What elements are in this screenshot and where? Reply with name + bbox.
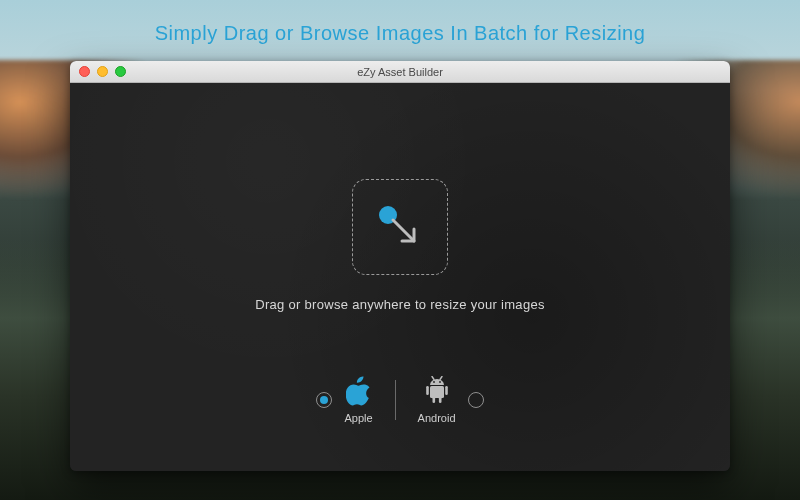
titlebar[interactable]: eZy Asset Builder — [70, 61, 730, 83]
window-controls — [70, 66, 126, 77]
platform-label-android: Android — [418, 412, 456, 424]
platform-divider — [395, 380, 396, 420]
radio-apple[interactable] — [316, 392, 332, 408]
drop-zone[interactable] — [352, 179, 448, 275]
platform-selector: Apple — [316, 376, 483, 424]
zoom-icon[interactable] — [115, 66, 126, 77]
svg-line-2 — [432, 377, 434, 380]
window-content[interactable]: Drag or browse anywhere to resize your i… — [70, 83, 730, 471]
minimize-icon[interactable] — [97, 66, 108, 77]
marketing-headline: Simply Drag or Browse Images In Batch fo… — [0, 0, 800, 45]
drop-zone-hint: Drag or browse anywhere to resize your i… — [255, 297, 545, 312]
platform-option-apple[interactable]: Apple — [316, 376, 372, 424]
svg-line-3 — [440, 377, 442, 380]
window-title: eZy Asset Builder — [70, 66, 730, 78]
svg-rect-7 — [426, 386, 429, 395]
svg-line-1 — [393, 220, 414, 241]
close-icon[interactable] — [79, 66, 90, 77]
svg-point-5 — [439, 381, 441, 383]
svg-rect-10 — [438, 397, 441, 403]
app-window: eZy Asset Builder Drag or browse anywher… — [70, 61, 730, 471]
radio-android[interactable] — [468, 392, 484, 408]
platform-label-apple: Apple — [344, 412, 372, 424]
svg-rect-8 — [445, 386, 448, 395]
platform-option-android[interactable]: Android — [418, 376, 484, 424]
svg-rect-9 — [432, 397, 435, 403]
apple-icon — [346, 376, 372, 406]
android-icon — [424, 376, 450, 406]
svg-rect-6 — [430, 386, 444, 398]
resize-arrow-icon — [372, 199, 428, 255]
svg-point-4 — [433, 381, 435, 383]
